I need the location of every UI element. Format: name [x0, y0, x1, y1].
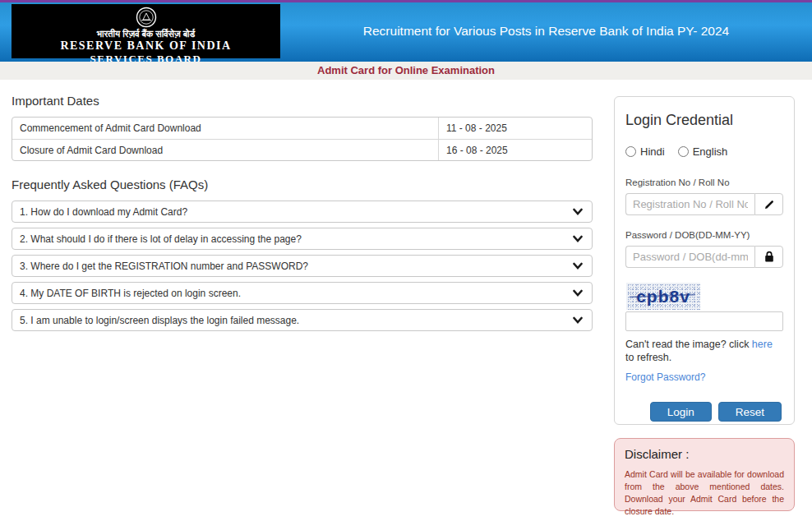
important-dates-heading: Important Dates: [12, 94, 593, 108]
disclaimer-box: Disclaimer : Admit Card will be availabl…: [614, 438, 795, 511]
language-option-hindi[interactable]: Hindi: [625, 145, 665, 158]
registration-input-group: [625, 193, 783, 215]
disclaimer-body: Admit Card will be available for downloa…: [625, 468, 784, 518]
faq-heading: Frequently Asked Questions (FAQs): [12, 178, 593, 191]
table-row: Commencement of Admit Card Download 11 -…: [12, 118, 592, 139]
lock-icon[interactable]: [754, 246, 783, 268]
chevron-down-icon: [573, 208, 583, 216]
faq-item-1[interactable]: 1. How do I download my Admit Card?: [12, 201, 593, 223]
language-option-english[interactable]: English: [678, 145, 728, 158]
refresh-text-before: Can't read the image? click: [625, 339, 752, 350]
refresh-text-after: to refresh.: [625, 352, 671, 363]
important-dates-table: Commencement of Admit Card Download 11 -…: [12, 117, 593, 161]
logo-text-english-1: RESERVE BANK OF INDIA: [12, 39, 280, 53]
registration-input[interactable]: [625, 193, 754, 215]
login-button[interactable]: Login: [650, 402, 712, 422]
password-label: Password / DOB(DD-MM-YY): [625, 230, 783, 240]
faq-item-2[interactable]: 2. What should I do if there is lot of d…: [12, 228, 593, 250]
captcha-input[interactable]: [625, 311, 783, 331]
date-value: 16 - 08 - 2025: [438, 140, 592, 161]
logo-text-hindi: भारतीय रिज़र्व बैंक सर्विसेज़ बोर्ड: [12, 29, 280, 39]
password-input-group: [625, 246, 783, 268]
date-label: Closure of Admit Card Download: [12, 145, 438, 156]
chevron-down-icon: [573, 262, 583, 270]
reset-button[interactable]: Reset: [718, 402, 782, 422]
faq-question: 3. Where do I get the REGISTRATION numbe…: [20, 260, 308, 272]
captcha-image: cpb8v: [626, 283, 700, 310]
page-header: भारतीय रिज़र्व बैंक सर्विसेज़ बोर्ड RESE…: [0, 2, 812, 62]
chevron-down-icon: [573, 316, 583, 325]
subtitle-bar: Admit Card for Online Examination: [0, 62, 812, 80]
language-selector: Hindi English: [625, 145, 783, 158]
faq-item-4[interactable]: 4. My DATE OF BIRTH is rejected on login…: [12, 282, 593, 304]
captcha-text: cpb8v: [636, 287, 690, 307]
password-input[interactable]: [625, 246, 754, 268]
date-label: Commencement of Admit Card Download: [12, 122, 438, 134]
faq-item-5[interactable]: 5. I am unable to login/screen displays …: [12, 309, 593, 331]
disclaimer-heading: Disclaimer :: [625, 447, 784, 461]
login-button-row: Login Reset: [625, 402, 783, 422]
table-row: Closure of Admit Card Download 16 - 08 -…: [12, 139, 592, 160]
login-panel: Login Credential Hindi English Registrat…: [614, 96, 795, 425]
login-heading: Login Credential: [625, 112, 783, 129]
date-value: 11 - 08 - 2025: [438, 118, 592, 139]
captcha-refresh-text: Can't read the image? click here to refr…: [625, 338, 783, 364]
faq-question: 4. My DATE OF BIRTH is rejected on login…: [20, 288, 241, 299]
faq-question: 2. What should I do if there is lot of d…: [20, 233, 302, 245]
english-radio[interactable]: [678, 146, 689, 157]
hindi-radio-label: Hindi: [640, 145, 665, 158]
pencil-icon[interactable]: [754, 193, 783, 215]
rbi-emblem-icon: [136, 7, 157, 28]
english-radio-label: English: [693, 145, 728, 158]
hindi-radio[interactable]: [625, 146, 636, 157]
page-title: Recruitment for Various Posts in Reserve…: [280, 24, 812, 39]
faq-item-3[interactable]: 3. Where do I get the REGISTRATION numbe…: [12, 255, 593, 277]
chevron-down-icon: [573, 235, 583, 243]
chevron-down-icon: [573, 289, 583, 297]
forgot-password-link[interactable]: Forgot Password?: [625, 371, 705, 383]
captcha-refresh-link[interactable]: here: [752, 339, 773, 350]
faq-question: 5. I am unable to login/screen displays …: [20, 315, 299, 326]
main-content: Important Dates Commencement of Admit Ca…: [12, 80, 593, 336]
faq-question: 1. How do I download my Admit Card?: [20, 206, 187, 218]
rbi-logo: भारतीय रिज़र्व बैंक सर्विसेज़ बोर्ड RESE…: [12, 4, 280, 58]
registration-label: Registration No / Roll No: [625, 178, 783, 187]
